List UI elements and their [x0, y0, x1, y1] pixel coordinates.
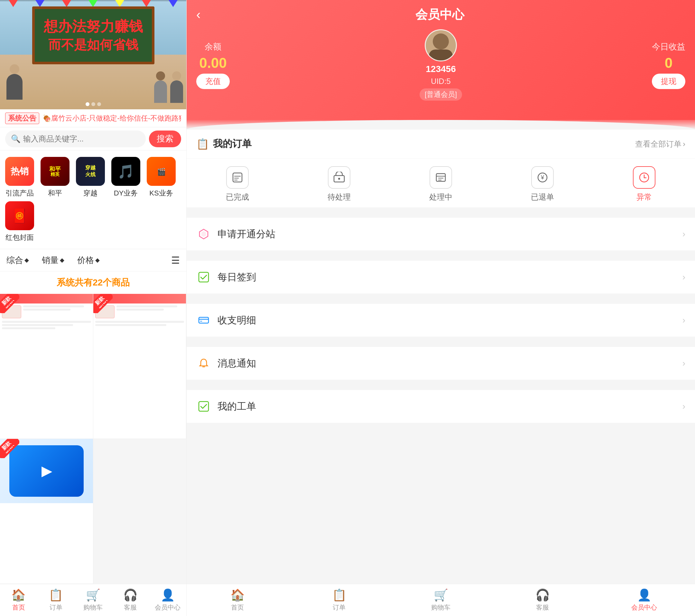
cat-label-cross: 穿越	[83, 188, 98, 198]
cat-item-peace[interactable]: 和平精英 和平	[40, 157, 69, 198]
category-grid: 热销 引流产品 和平精英 和平 穿越火线 穿越 🎵	[0, 151, 186, 249]
finance-icon	[196, 313, 211, 328]
search-input-wrap[interactable]: 🔍	[5, 130, 146, 147]
right-cart-icon: 🛒	[434, 588, 448, 602]
right-home-icon: 🏠	[231, 588, 245, 602]
user-uid: UID:5	[431, 77, 451, 86]
member-body: 📋 我的订单 查看全部订单 › 已完成	[187, 129, 695, 584]
cart-icon: 🛒	[86, 588, 100, 602]
notice-bar: 系统公告 🍖腐竹云小店-只做稳定-给你信任-不做跑路狗-售后稳定	[0, 109, 186, 127]
right-order-icon: 📋	[332, 588, 346, 602]
orders-section-header: 📋 我的订单 查看全部订单 ›	[187, 129, 695, 158]
order-status-pending[interactable]: 待处理	[288, 166, 390, 202]
product-card-3[interactable]: ▶ 新款	[0, 439, 93, 584]
left-nav-home[interactable]: 🏠 首页	[0, 588, 37, 612]
banner-text2: 而不是如何省钱	[48, 36, 138, 54]
user-level: [普通会员]	[420, 88, 462, 101]
workorder-arrow: ›	[682, 401, 685, 411]
signin-arrow: ›	[682, 272, 685, 282]
right-service-label: 客服	[536, 603, 549, 612]
order-status-abnormal[interactable]: 异常	[593, 166, 695, 202]
cat-item-red[interactable]: 🧧 红包封面	[5, 201, 34, 242]
cat-item-hot[interactable]: 热销 引流产品	[5, 157, 34, 198]
product-image-2: 新款	[93, 294, 186, 358]
recharge-button[interactable]: 充值	[196, 74, 230, 89]
left-nav-cart[interactable]: 🛒 购物车	[75, 588, 112, 612]
view-all-orders[interactable]: 查看全部订单 ›	[635, 139, 685, 149]
svg-rect-17	[199, 272, 208, 282]
member-header-top: ‹ 会员中心	[196, 6, 685, 23]
left-nav-member[interactable]: 👤 会员中心	[149, 588, 186, 612]
blackboard: 想办法努力赚钱 而不是如何省钱	[32, 6, 154, 64]
menu-finance[interactable]: 收支明细 ›	[187, 304, 695, 337]
right-panel: ‹ 会员中心 余额 0.00 充值 123456 UID:5 [普通会员]	[187, 0, 695, 616]
member-label-left: 会员中心	[155, 603, 181, 612]
right-nav-service[interactable]: 🎧 客服	[492, 588, 593, 612]
left-nav-order[interactable]: 📋 订单	[37, 588, 75, 612]
left-bottom-nav: 🏠 首页 📋 订单 🛒 购物车 🎧 客服 👤 会员中心	[0, 584, 186, 616]
menu-signin[interactable]: 每日签到 ›	[187, 261, 695, 294]
menu-workorder[interactable]: 我的工单 ›	[187, 390, 695, 423]
menu-section-2: 每日签到 ›	[187, 261, 695, 294]
new-badge-2: 新款	[93, 294, 113, 313]
cat-label-peace: 和平	[48, 188, 62, 198]
menu-subsite[interactable]: 申请开通分站 ›	[187, 218, 695, 250]
product-image-1: 新款	[0, 294, 93, 358]
cat-item-cross[interactable]: 穿越火线 穿越	[76, 157, 105, 198]
order-status-refunded[interactable]: ¥ 已退单	[492, 166, 593, 202]
search-input[interactable]	[23, 135, 140, 143]
avatar-head	[433, 33, 449, 50]
service-label: 客服	[124, 603, 137, 612]
orders-title: 📋 我的订单	[196, 137, 252, 151]
cat-item-ks[interactable]: 🎬 KS业务	[147, 157, 176, 198]
cat-item-tiktok[interactable]: 🎵 DY业务	[111, 157, 140, 198]
right-order-label: 订单	[333, 603, 345, 612]
subsite-label: 申请开通分站	[218, 228, 682, 241]
cat-icon-hot: 热销	[5, 157, 34, 186]
menu-section-3: 收支明细 ›	[187, 304, 695, 337]
cat-icon-cross: 穿越火线	[76, 157, 105, 186]
sort-sales[interactable]: 销量 ◆	[42, 254, 64, 266]
back-button[interactable]: ‹	[196, 7, 201, 22]
withdraw-button[interactable]: 提现	[652, 74, 685, 89]
search-button[interactable]: 搜索	[149, 130, 181, 147]
menu-section-5: 我的工单 ›	[187, 390, 695, 423]
flag-6	[142, 0, 151, 7]
right-nav-order[interactable]: 📋 订单	[288, 588, 390, 612]
teacher-figure	[3, 64, 26, 100]
divider-5	[187, 385, 695, 390]
left-panel: 想办法努力赚钱 而不是如何省钱	[0, 0, 187, 616]
menu-notify[interactable]: 消息通知 ›	[187, 347, 695, 380]
search-bar: 🔍 搜索	[0, 127, 186, 151]
product-card-2[interactable]: 新款	[93, 294, 187, 439]
svg-marker-16	[201, 231, 206, 237]
member-header: ‹ 会员中心 余额 0.00 充值 123456 UID:5 [普通会员]	[187, 0, 695, 120]
avatar-section: 123456 UID:5 [普通会员]	[420, 29, 462, 101]
sort-price[interactable]: 价格 ◆	[77, 254, 100, 266]
product-card-1[interactable]: 新款	[0, 294, 93, 439]
right-member-label: 会员中心	[631, 603, 657, 612]
left-nav-service[interactable]: 🎧 客服	[112, 588, 149, 612]
right-bottom-nav: 🏠 首页 📋 订单 🛒 购物车 🎧 客服 👤 会员中心	[187, 584, 695, 616]
flag-1	[9, 0, 18, 7]
done-label: 已完成	[226, 192, 249, 202]
sort-composite[interactable]: 综合 ◆	[6, 254, 29, 266]
product-image-3: ▶ 新款	[0, 439, 93, 503]
order-status-done[interactable]: 已完成	[187, 166, 288, 202]
svg-point-5	[338, 178, 340, 180]
pending-label: 待处理	[327, 192, 351, 202]
sort-list-icon[interactable]: ☰	[171, 254, 180, 266]
wave-separator	[187, 120, 695, 129]
right-nav-cart[interactable]: 🛒 购物车	[390, 588, 492, 612]
orders-title-icon: 📋	[196, 138, 209, 150]
diamond-icon	[196, 227, 211, 242]
subsite-arrow: ›	[682, 229, 685, 239]
divider-2	[187, 256, 695, 261]
menu-section-1: 申请开通分站 ›	[187, 218, 695, 250]
banner-dots	[86, 102, 101, 106]
order-status-processing[interactable]: 处理中	[390, 166, 492, 202]
right-nav-member[interactable]: 👤 会员中心	[593, 588, 695, 612]
right-nav-home[interactable]: 🏠 首页	[187, 588, 288, 612]
member-info-row: 余额 0.00 充值 123456 UID:5 [普通会员] 今日收益 0 提现	[196, 29, 685, 101]
member-icon-left: 👤	[160, 588, 175, 602]
